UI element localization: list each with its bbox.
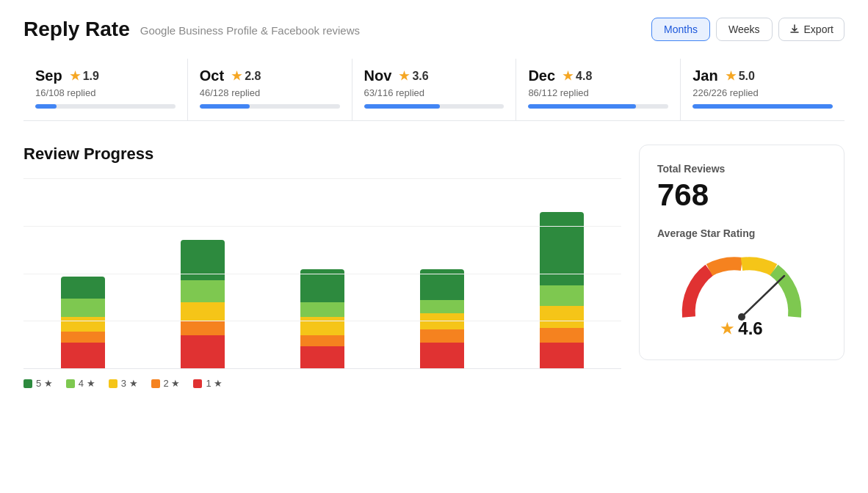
legend-label: 2 ★ [164,378,181,389]
month-name: Nov [364,67,392,84]
month-name: Oct [200,67,224,84]
legend-dot [23,379,32,388]
star-rating: ★ 4.8 [563,69,592,83]
legend-dot [193,379,202,388]
star-icon: ★ [70,69,80,83]
bar-segment-five [540,212,584,285]
summary-card: Total Reviews 768 Average Star Rating ★ … [639,145,845,360]
bar-segment-four [61,299,105,317]
months-button[interactable]: Months [651,18,710,41]
avg-rating-value: 4.6 [738,318,762,339]
replied-text: 86/112 replied [528,87,668,98]
replied-text: 63/116 replied [364,87,504,98]
legend-item: 4 ★ [66,378,95,389]
progress-bar-fill [200,104,250,109]
progress-bar-fill [692,104,833,109]
legend-item: 1 ★ [193,378,223,389]
bar-segment-three [540,306,584,328]
page-title: Reply Rate [23,18,130,41]
bar-segment-two [300,335,344,346]
chart-legend: 5 ★ 4 ★ 3 ★ 2 ★ 1 ★ [23,378,621,389]
legend-dot [109,379,117,388]
header-controls: Months Weeks Export [651,18,845,41]
legend-dot [151,379,160,388]
legend-item: 5 ★ [23,378,53,389]
star-rating: ★ 3.6 [399,69,428,83]
bar-group-dec [389,269,494,368]
star-icon: ★ [231,69,242,83]
months-row: Sep ★ 1.9 16/108 replied Oct ★ 2.8 46/12… [23,59,845,121]
gauge-container: ★ 4.6 [657,251,826,339]
export-label: Export [804,23,833,35]
month-name: Dec [528,67,555,84]
bar-segment-four [181,280,225,302]
bar-segment-two [540,328,584,343]
legend-label: 3 ★ [121,378,138,389]
total-reviews-value: 768 [657,178,826,213]
legend-label: 1 ★ [206,378,223,389]
export-button[interactable]: Export [778,18,845,41]
star-icon: ★ [563,69,573,83]
total-reviews-label: Total Reviews [657,163,826,175]
month-header: Jan ★ 5.0 [692,67,833,84]
star-icon: ★ [726,69,736,83]
bottom-section: Review Progress 5 ★ 4 ★ 3 ★ 2 ★ 1 ★ Tota… [23,145,845,389]
page-header: Reply Rate Google Business Profile & Fac… [23,18,845,41]
month-card-jan: Jan ★ 5.0 226/226 replied [681,59,845,120]
month-header: Nov ★ 3.6 [364,67,504,84]
replied-text: 226/226 replied [692,87,833,98]
legend-dot [66,379,75,388]
bar-segment-one [420,343,464,368]
progress-bar-fill [35,104,57,109]
gauge-value: ★ 4.6 [720,318,762,339]
month-card-nov: Nov ★ 3.6 63/116 replied [352,59,517,120]
bar-segment-two [181,321,225,335]
star-rating: ★ 1.9 [70,69,99,83]
bar-segment-three [300,317,344,335]
month-card-oct: Oct ★ 2.8 46/128 replied [188,59,352,120]
progress-bar-fill [364,104,440,109]
bar-segment-five [61,277,105,299]
bar-segment-one [181,335,225,368]
star-rating: ★ 2.8 [231,69,261,83]
bar-segment-two [61,332,105,343]
subtitle: Google Business Profile & Facebook revie… [140,24,360,37]
month-name: Jan [692,67,717,84]
gauge-svg [676,251,808,324]
replied-text: 46/128 replied [200,87,340,98]
bar-segment-one [61,343,105,368]
weeks-button[interactable]: Weeks [716,18,773,41]
bar-segment-one [540,343,584,368]
replied-text: 16/108 replied [35,87,176,98]
month-card-sep: Sep ★ 1.9 16/108 replied [23,59,188,120]
bar-segment-three [181,302,225,321]
bar-group-jan [509,212,614,368]
month-header: Oct ★ 2.8 [200,67,340,84]
bar-group-oct [151,240,256,368]
bar-segment-one [300,346,344,368]
legend-item: 2 ★ [151,378,181,389]
avg-rating-label: Average Star Rating [657,227,826,239]
legend-label: 4 ★ [79,378,95,389]
bar-segment-four [300,302,344,317]
bar-segment-two [420,329,464,343]
progress-bar-bg [364,104,504,109]
month-header: Sep ★ 1.9 [35,67,176,84]
star-icon: ★ [399,69,409,83]
bar-group-nov [270,269,375,368]
star-rating: ★ 5.0 [726,69,755,83]
bar-segment-three [420,313,464,329]
legend-item: 3 ★ [109,378,138,389]
bar-segment-four [540,285,584,306]
bar-segment-five [181,240,225,280]
legend-label: 5 ★ [36,378,53,389]
progress-bar-bg [200,104,340,109]
chart-area [23,178,621,369]
bar-group-sep [31,277,136,368]
export-icon [789,24,800,34]
progress-bar-bg [528,104,668,109]
gauge-star-icon: ★ [720,320,734,337]
progress-bar-bg [692,104,833,109]
bar-segment-five [420,269,464,300]
month-card-dec: Dec ★ 4.8 86/112 replied [516,59,681,120]
